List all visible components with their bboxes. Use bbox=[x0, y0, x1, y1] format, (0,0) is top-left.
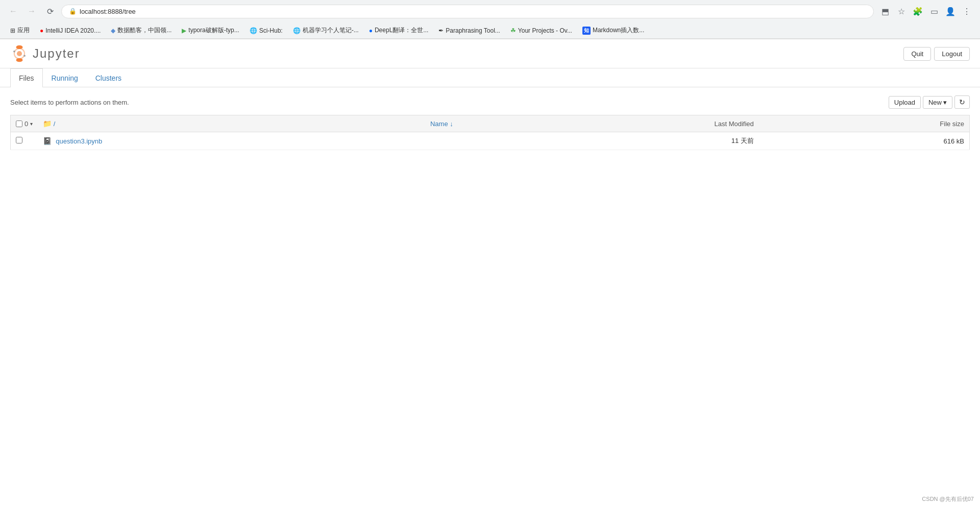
new-label: New bbox=[928, 99, 942, 106]
shujukuke-icon: ◆ bbox=[111, 27, 115, 34]
bookmark-paraphrase[interactable]: ✒ Paraphrasing Tool... bbox=[434, 26, 504, 36]
ml-icon: 🌐 bbox=[293, 27, 301, 34]
typora-icon: ▶ bbox=[182, 27, 186, 34]
logout-button[interactable]: Logout bbox=[934, 47, 970, 61]
file-browser-header: Select items to perform actions on them.… bbox=[10, 95, 970, 109]
row-last-modified: 11 天前 bbox=[458, 132, 759, 150]
bookmark-scihub[interactable]: 🌐 Sci-Hub: bbox=[246, 26, 287, 36]
bookmark-projects-label: Your Projects - Ov... bbox=[518, 27, 572, 34]
reload-button[interactable]: ⟳ bbox=[43, 4, 57, 18]
row-name-cell: 📓 question3.ipynb bbox=[38, 132, 458, 150]
bookmark-markdown-label: Markdown插入数... bbox=[593, 26, 644, 35]
bookmark-paraphrase-label: Paraphrasing Tool... bbox=[446, 27, 500, 34]
svg-point-3 bbox=[17, 51, 22, 56]
page-footer: CSDN @先有后优07 bbox=[916, 493, 980, 503]
bookmark-shujukuke[interactable]: ◆ 数据酷客，中国领... bbox=[107, 25, 176, 36]
url-text: localhost:8888/tree bbox=[80, 8, 136, 15]
apps-icon: ⊞ bbox=[10, 27, 15, 34]
scihub-icon: 🌐 bbox=[250, 27, 257, 34]
sidebar-button[interactable]: ▭ bbox=[927, 4, 941, 18]
select-info: Select items to perform actions on them. bbox=[10, 99, 129, 106]
profile-button[interactable]: 👤 bbox=[943, 4, 958, 18]
bookmark-scihub-label: Sci-Hub: bbox=[259, 27, 283, 34]
file-actions: Upload New ▾ ↻ bbox=[889, 95, 970, 109]
projects-icon: ☘ bbox=[510, 27, 516, 34]
row-checkbox[interactable] bbox=[16, 137, 22, 143]
paraphrase-icon: ✒ bbox=[438, 27, 444, 34]
bookmark-intellij[interactable]: ● IntelliJ IDEA 2020.... bbox=[36, 26, 105, 36]
file-table: 0 ▾ 📁 / Name ↓ Last Modified bbox=[10, 115, 970, 150]
select-all-checkbox[interactable] bbox=[16, 121, 22, 127]
file-table-body: 📓 question3.ipynb 11 天前 616 kB bbox=[11, 132, 970, 150]
tab-running[interactable]: Running bbox=[43, 68, 87, 87]
new-button[interactable]: New ▾ bbox=[923, 96, 952, 109]
header-buttons: Quit Logout bbox=[903, 47, 970, 61]
forward-button[interactable]: → bbox=[24, 4, 39, 18]
browser-chrome: ← → ⟳ 🔒 localhost:8888/tree ⬒ ☆ 🧩 ▭ 👤 ⋮ … bbox=[0, 0, 980, 39]
bookmark-projects[interactable]: ☘ Your Projects - Ov... bbox=[506, 26, 576, 36]
jupyter-logo: Jupyter bbox=[10, 44, 80, 63]
svg-point-4 bbox=[13, 51, 15, 53]
browser-toolbar: ← → ⟳ 🔒 localhost:8888/tree ⬒ ☆ 🧩 ▭ 👤 ⋮ bbox=[0, 0, 980, 22]
tabs-bar: Files Running Clusters bbox=[0, 68, 980, 87]
back-button[interactable]: ← bbox=[6, 4, 20, 18]
menu-button[interactable]: ⋮ bbox=[960, 4, 974, 18]
col-file-size-label: File size bbox=[940, 120, 964, 128]
folder-icon: 📁 bbox=[43, 119, 52, 128]
markdown-icon: 知 bbox=[582, 27, 591, 35]
file-browser: Select items to perform actions on them.… bbox=[0, 87, 980, 158]
row-file-size: 616 kB bbox=[759, 132, 970, 150]
jupyter-header: Jupyter Quit Logout bbox=[0, 39, 980, 68]
row-checkbox-cell bbox=[11, 132, 38, 150]
deepl-icon: ● bbox=[369, 27, 373, 34]
bookmark-deepl-label: DeepL翻译：全世... bbox=[375, 26, 428, 35]
lock-icon: 🔒 bbox=[69, 8, 77, 15]
extensions-button[interactable]: 🧩 bbox=[911, 4, 925, 18]
notebook-icon: 📓 bbox=[43, 137, 52, 145]
jupyter-logo-svg bbox=[10, 44, 29, 63]
tab-clusters[interactable]: Clusters bbox=[87, 68, 130, 87]
breadcrumb-cell: 📁 / bbox=[38, 115, 208, 132]
bookmark-typora[interactable]: ▶ typora破解版-typ... bbox=[178, 25, 243, 36]
bookmark-typora-label: typora破解版-typ... bbox=[188, 26, 239, 35]
tab-files[interactable]: Files bbox=[10, 68, 43, 87]
address-bar[interactable]: 🔒 localhost:8888/tree bbox=[61, 5, 874, 18]
col-last-modified-header[interactable]: Last Modified bbox=[458, 115, 759, 132]
file-link[interactable]: question3.ipynb bbox=[56, 137, 102, 145]
quit-button[interactable]: Quit bbox=[903, 47, 931, 61]
col-last-modified-label: Last Modified bbox=[714, 120, 753, 128]
sort-arrow-icon: ↓ bbox=[450, 120, 453, 128]
bookmark-intellij-label: IntelliJ IDEA 2020.... bbox=[45, 27, 101, 34]
new-arrow-icon: ▾ bbox=[943, 99, 947, 106]
col-name-header[interactable]: Name ↓ bbox=[208, 115, 458, 132]
count-dropdown-icon[interactable]: ▾ bbox=[30, 121, 33, 127]
select-all-cell: 0 ▾ bbox=[11, 115, 38, 132]
cast-button[interactable]: ⬒ bbox=[878, 4, 892, 18]
bookmark-ml[interactable]: 🌐 机器学习个人笔记-... bbox=[289, 25, 363, 36]
bookmark-shujukuke-label: 数据酷客，中国领... bbox=[117, 26, 172, 35]
table-row: 📓 question3.ipynb 11 天前 616 kB bbox=[11, 132, 970, 150]
bookmark-apps[interactable]: ⊞ 应用 bbox=[6, 25, 34, 36]
col-file-size-header[interactable]: File size bbox=[759, 115, 970, 132]
refresh-button[interactable]: ↻ bbox=[954, 95, 970, 109]
bookmark-deepl[interactable]: ● DeepL翻译：全世... bbox=[365, 25, 433, 36]
bookmarks-bar: ⊞ 应用 ● IntelliJ IDEA 2020.... ◆ 数据酷客，中国领… bbox=[0, 22, 980, 39]
footer-text: CSDN @先有后优07 bbox=[922, 496, 974, 502]
browser-actions: ⬒ ☆ 🧩 ▭ 👤 ⋮ bbox=[878, 4, 974, 18]
page-content: Jupyter Quit Logout Files Running Cluste… bbox=[0, 39, 980, 503]
bookmark-markdown[interactable]: 知 Markdown插入数... bbox=[578, 25, 648, 36]
col-name-label: Name bbox=[430, 120, 448, 128]
count-display: 0 bbox=[24, 120, 28, 128]
bookmark-apps-label: 应用 bbox=[17, 26, 30, 35]
bookmark-ml-label: 机器学习个人笔记-... bbox=[303, 26, 359, 35]
jupyter-title: Jupyter bbox=[33, 46, 80, 61]
bookmark-button[interactable]: ☆ bbox=[894, 4, 909, 18]
svg-point-5 bbox=[23, 55, 26, 57]
intellij-icon: ● bbox=[40, 27, 43, 34]
table-header-row: 0 ▾ 📁 / Name ↓ Last Modified bbox=[11, 115, 970, 132]
upload-button[interactable]: Upload bbox=[889, 96, 921, 109]
breadcrumb-root[interactable]: / bbox=[54, 120, 56, 128]
